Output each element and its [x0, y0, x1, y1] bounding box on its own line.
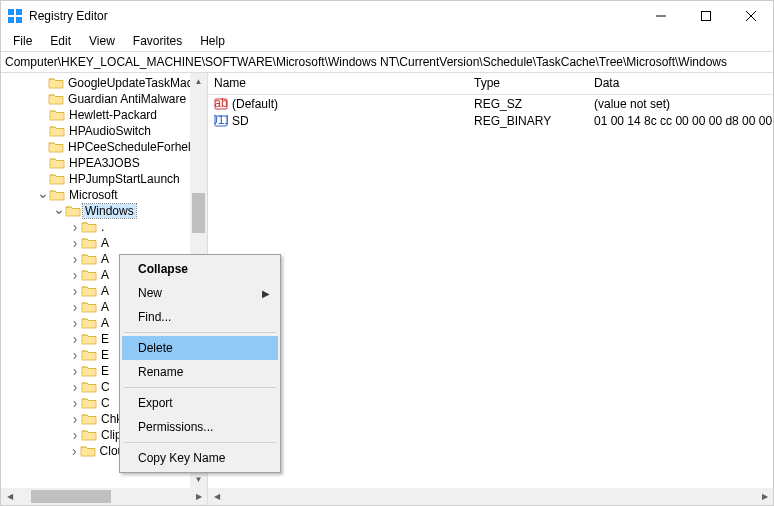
- folder-icon: [81, 236, 97, 250]
- folder-icon: [49, 188, 65, 202]
- tree-item[interactable]: HPEA3JOBS: [1, 155, 190, 171]
- value-data: (value not set): [588, 97, 773, 111]
- separator: [124, 387, 276, 388]
- menu-file[interactable]: File: [5, 32, 40, 50]
- expand-icon[interactable]: ›: [69, 315, 81, 331]
- folder-icon: [81, 300, 97, 314]
- column-type[interactable]: Type: [468, 73, 588, 94]
- tree-item-label: A: [99, 236, 111, 250]
- regedit-icon: [7, 8, 23, 24]
- value-name: (Default): [232, 97, 278, 111]
- scroll-right-icon[interactable]: ▶: [756, 488, 773, 505]
- menu-favorites[interactable]: Favorites: [125, 32, 190, 50]
- list-row[interactable]: 011SDREG_BINARY01 00 14 8c cc 00 00 00 d…: [208, 112, 773, 129]
- minimize-button[interactable]: [638, 1, 683, 31]
- list-header: Name Type Data: [208, 73, 773, 95]
- value-name: SD: [232, 114, 249, 128]
- tree-item[interactable]: Hewlett-Packard: [1, 107, 190, 123]
- tree-item[interactable]: ›A: [1, 235, 190, 251]
- tree-item-label: Windows: [83, 204, 136, 218]
- tree-item[interactable]: ⌄Microsoft: [1, 187, 190, 203]
- expand-icon[interactable]: ›: [69, 411, 81, 427]
- ctx-rename[interactable]: Rename: [122, 360, 278, 384]
- tree-item-label: E: [99, 364, 111, 378]
- expand-icon[interactable]: ›: [69, 379, 81, 395]
- address-path: Computer\HKEY_LOCAL_MACHINE\SOFTWARE\Mic…: [5, 55, 727, 69]
- column-data[interactable]: Data: [588, 73, 773, 94]
- folder-icon: [81, 396, 97, 410]
- svg-rect-3: [16, 17, 22, 23]
- folder-icon: [48, 140, 64, 154]
- ctx-export[interactable]: Export: [122, 391, 278, 415]
- scroll-down-icon[interactable]: ▼: [190, 471, 207, 488]
- tree-item[interactable]: HPAudioSwitch: [1, 123, 190, 139]
- values-pane: Name Type Data ab(Default)REG_SZ(value n…: [208, 73, 773, 488]
- ctx-collapse[interactable]: Collapse: [122, 257, 278, 281]
- expand-icon[interactable]: ›: [69, 395, 81, 411]
- tree-item-label: A: [99, 268, 111, 282]
- tree-item[interactable]: ⌄Windows: [1, 203, 190, 219]
- expand-icon[interactable]: ›: [69, 363, 81, 379]
- folder-icon: [81, 348, 97, 362]
- tree-item[interactable]: HPCeeScheduleForhellc: [1, 139, 190, 155]
- scroll-left-icon[interactable]: ◀: [208, 488, 225, 505]
- expand-icon[interactable]: ›: [69, 331, 81, 347]
- ctx-permissions[interactable]: Permissions...: [122, 415, 278, 439]
- tree-horizontal-scrollbar[interactable]: ◀ ▶: [1, 488, 208, 505]
- expand-icon[interactable]: ›: [69, 267, 81, 283]
- ctx-delete[interactable]: Delete: [122, 336, 278, 360]
- folder-icon: [81, 428, 97, 442]
- folder-icon: [81, 412, 97, 426]
- collapse-icon[interactable]: ⌄: [53, 201, 65, 217]
- menu-edit[interactable]: Edit: [42, 32, 79, 50]
- expand-icon[interactable]: ›: [69, 283, 81, 299]
- ctx-new[interactable]: New▶: [122, 281, 278, 305]
- reg-string-icon: ab: [214, 97, 228, 111]
- expand-icon[interactable]: ›: [69, 251, 81, 267]
- menu-view[interactable]: View: [81, 32, 123, 50]
- value-type: REG_SZ: [468, 97, 588, 111]
- scroll-thumb[interactable]: [31, 490, 111, 503]
- menu-bar: File Edit View Favorites Help: [1, 31, 773, 51]
- tree-item[interactable]: ›.: [1, 219, 190, 235]
- expand-icon[interactable]: ›: [69, 427, 81, 443]
- list-body[interactable]: ab(Default)REG_SZ(value not set)011SDREG…: [208, 95, 773, 129]
- maximize-button[interactable]: [683, 1, 728, 31]
- folder-icon: [48, 76, 64, 90]
- svg-rect-5: [701, 12, 710, 21]
- tree-item[interactable]: GoogleUpdateTaskMach: [1, 75, 190, 91]
- ctx-copy-key-name[interactable]: Copy Key Name: [122, 446, 278, 470]
- folder-icon: [49, 156, 65, 170]
- title-bar: Registry Editor: [1, 1, 773, 31]
- expand-icon[interactable]: ›: [69, 219, 81, 235]
- expand-icon[interactable]: ›: [69, 347, 81, 363]
- folder-icon: [81, 380, 97, 394]
- tree-item-label: GoogleUpdateTaskMach: [66, 76, 190, 90]
- folder-icon: [49, 172, 65, 186]
- address-bar[interactable]: Computer\HKEY_LOCAL_MACHINE\SOFTWARE\Mic…: [1, 51, 773, 73]
- menu-help[interactable]: Help: [192, 32, 233, 50]
- separator: [124, 442, 276, 443]
- scroll-thumb[interactable]: [192, 193, 205, 233]
- close-button[interactable]: [728, 1, 773, 31]
- list-horizontal-scrollbar[interactable]: ◀ ▶: [208, 488, 773, 505]
- expand-icon[interactable]: ›: [69, 235, 81, 251]
- scroll-left-icon[interactable]: ◀: [1, 488, 18, 505]
- ctx-new-label: New: [138, 286, 162, 300]
- reg-binary-icon: 011: [214, 114, 228, 128]
- tree-item[interactable]: HPJumpStartLaunch: [1, 171, 190, 187]
- svg-rect-1: [16, 9, 22, 15]
- column-name[interactable]: Name: [208, 73, 468, 94]
- expand-icon[interactable]: ›: [69, 443, 80, 459]
- scroll-up-icon[interactable]: ▲: [190, 73, 207, 90]
- folder-icon: [81, 268, 97, 282]
- folder-icon: [80, 444, 96, 458]
- collapse-icon[interactable]: ⌄: [37, 185, 49, 201]
- list-row[interactable]: ab(Default)REG_SZ(value not set): [208, 95, 773, 112]
- tree-item[interactable]: Guardian AntiMalware S: [1, 91, 190, 107]
- ctx-find[interactable]: Find...: [122, 305, 278, 329]
- separator: [124, 332, 276, 333]
- tree-item-label: HPAudioSwitch: [67, 124, 153, 138]
- scroll-right-icon[interactable]: ▶: [190, 488, 207, 505]
- expand-icon[interactable]: ›: [69, 299, 81, 315]
